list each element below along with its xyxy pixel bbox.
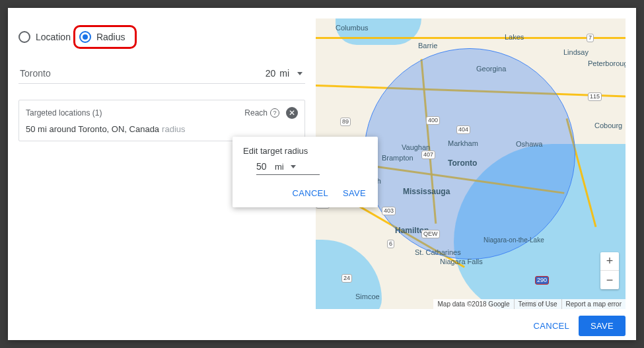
map-road — [316, 37, 626, 39]
chevron-down-icon[interactable] — [297, 72, 303, 75]
popup-radius-value[interactable]: 50 — [256, 161, 275, 172]
map-label: Brampton — [382, 154, 413, 162]
route-shield-icon: QEW — [421, 230, 440, 238]
help-icon[interactable]: ? — [270, 108, 279, 118]
radio-option-location[interactable]: Location — [18, 31, 71, 43]
remove-icon[interactable]: ✕ — [286, 107, 298, 119]
map-label: Mississauga — [403, 187, 450, 196]
reach-label: Reach — [244, 108, 268, 118]
location-targeting-dialog: Location Radius 20 mi Targeted locations… — [8, 8, 636, 340]
targets-title: Targeted locations (1) — [26, 108, 102, 118]
popup-input-row[interactable]: 50 mi — [256, 161, 320, 175]
route-shield-icon: 24 — [341, 274, 352, 283]
map-label: Georgina — [476, 65, 506, 73]
dialog-cancel-button[interactable]: CANCEL — [532, 316, 571, 336]
map-report-link[interactable]: Report a map error — [561, 299, 626, 309]
popup-actions: CANCEL SAVE — [243, 186, 367, 201]
map-label: Cobourg — [594, 122, 622, 129]
map-label: Toronto — [448, 158, 477, 168]
route-shield-icon: 290 — [535, 276, 549, 285]
dialog-actions: CANCEL SAVE — [8, 309, 636, 345]
targets-header: Targeted locations (1) Reach ? ✕ — [26, 107, 298, 119]
map-terms-link[interactable]: Terms of Use — [514, 299, 561, 309]
chevron-down-icon[interactable] — [291, 165, 296, 168]
radio-icon — [18, 31, 30, 43]
radio-option-radius[interactable]: Radius — [73, 25, 137, 49]
map-label: Columbus — [336, 24, 369, 32]
map-label: Niagara-on-the-Lake — [483, 236, 544, 244]
target-row[interactable]: 50 mi around Toronto, ON, Canada radius — [26, 124, 298, 134]
map-zoom-controls: + − — [600, 252, 619, 289]
route-shield-icon: 7 — [587, 34, 594, 42]
distance-value[interactable]: 20 — [256, 68, 275, 79]
radio-icon — [79, 31, 91, 43]
popup-cancel-button[interactable]: CANCEL — [291, 186, 330, 201]
popup-title: Edit target radius — [243, 146, 367, 156]
target-suffix: radius — [162, 124, 185, 134]
map-label: Barrie — [418, 42, 437, 50]
map-label: Peterborough — [588, 59, 626, 67]
map-water — [336, 18, 421, 45]
route-shield-icon: 115 — [588, 92, 602, 101]
popup-save-button[interactable]: SAVE — [341, 186, 367, 201]
map-label: Niagara Falls — [440, 258, 483, 265]
targeted-locations-card: Targeted locations (1) Reach ? ✕ 50 mi a… — [18, 100, 305, 141]
zoom-in-button[interactable]: + — [600, 252, 619, 271]
radio-label: Radius — [96, 32, 125, 42]
edit-radius-popup: Edit target radius 50 mi CANCEL SAVE — [233, 137, 378, 207]
map-label: Simcoe — [355, 293, 380, 300]
map-copyright: Map data ©2018 Google — [433, 299, 513, 309]
dialog-save-button[interactable]: SAVE — [579, 316, 626, 336]
dialog-content: Location Radius 20 mi Targeted locations… — [8, 8, 636, 309]
map-label: Lindsay — [563, 48, 589, 56]
map-label: St. Catharines — [415, 248, 461, 256]
route-shield-icon: 404 — [456, 125, 470, 134]
zoom-out-button[interactable]: − — [600, 271, 619, 289]
location-input[interactable] — [18, 67, 256, 79]
distance-unit: mi — [279, 68, 289, 79]
reach-group: Reach ? ✕ — [244, 107, 298, 119]
route-shield-icon: 6 — [387, 240, 394, 248]
radio-label: Location — [36, 32, 71, 42]
radius-input-row: 20 mi — [18, 67, 305, 84]
target-type-radio-group: Location Radius — [18, 25, 305, 49]
route-shield-icon: 400 — [426, 116, 440, 125]
map-attribution: Map data ©2018 Google Terms of Use Repor… — [433, 299, 626, 309]
route-shield-icon: 407 — [421, 151, 435, 159]
route-shield-icon: 89 — [340, 118, 351, 126]
popup-radius-unit: mi — [275, 162, 284, 172]
target-text: 50 mi around Toronto, ON, Canada — [26, 124, 159, 134]
map-label: Oshawa — [516, 140, 542, 148]
map-label: Markham — [448, 139, 478, 147]
map-label: Lakes — [505, 33, 524, 41]
route-shield-icon: 403 — [382, 207, 396, 215]
